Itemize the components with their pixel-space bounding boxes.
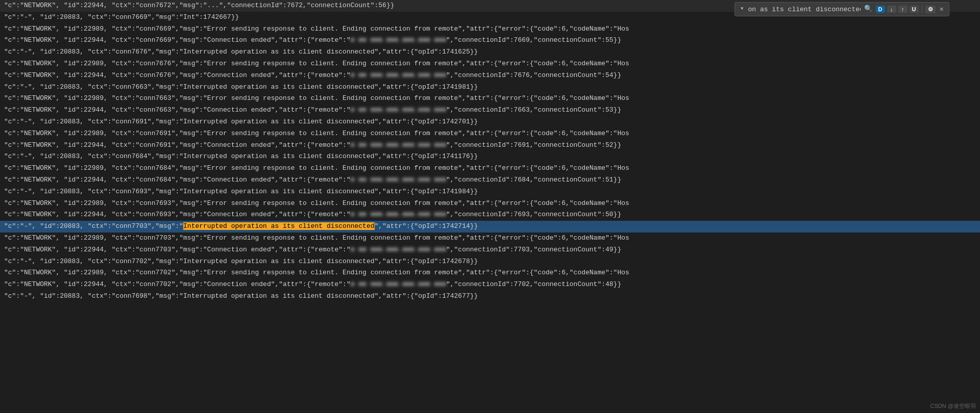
log-line[interactable]: "c":"-", "id":20883, "ctx":"conn7702","m… xyxy=(0,256,980,268)
search-divider xyxy=(922,5,922,13)
search-bar: ▾ 🔍 D ↓ ↑ U ⚙ ✕ xyxy=(734,2,949,16)
log-line[interactable]: "c":"-", "id":20883, "ctx":"conn7703","m… xyxy=(0,221,980,233)
search-btn-down[interactable]: ↓ xyxy=(887,6,896,13)
log-line[interactable]: "c":"NETWORK", "id":22944, "ctx":"conn76… xyxy=(0,209,980,221)
search-btn-d[interactable]: D xyxy=(876,6,885,13)
log-line[interactable]: "c":"NETWORK", "id":22989, "ctx":"conn76… xyxy=(0,198,980,210)
search-icon[interactable]: 🔍 xyxy=(863,4,874,15)
log-line[interactable]: "c":"NETWORK", "id":22989, "ctx":"conn76… xyxy=(0,128,980,140)
log-container: ▾ 🔍 D ↓ ↑ U ⚙ ✕ "c":"NETWORK", "id":2294… xyxy=(0,0,980,413)
log-line[interactable]: "c":"NETWORK", "id":22944, "ctx":"conn76… xyxy=(0,140,980,151)
log-line[interactable]: "c":"NETWORK", "id":22989, "ctx":"conn76… xyxy=(0,93,980,105)
chevron-down-icon[interactable]: ▾ xyxy=(738,3,746,15)
close-icon[interactable]: ✕ xyxy=(938,3,946,15)
log-line[interactable]: "c":"-", "id":20883, "ctx":"conn7693","m… xyxy=(0,186,980,198)
log-line[interactable]: "c":"NETWORK", "id":22989, "ctx":"conn76… xyxy=(0,58,980,70)
log-line[interactable]: "c":"-", "id":20883, "ctx":"conn7698","m… xyxy=(0,291,980,302)
log-line[interactable]: "c":"NETWORK", "id":22989, "ctx":"conn77… xyxy=(0,233,980,244)
log-line[interactable]: "c":"NETWORK", "id":22944, "ctx":"conn76… xyxy=(0,105,980,116)
log-line[interactable]: "c":"NETWORK", "id":22944, "ctx":"conn77… xyxy=(0,279,980,291)
log-line[interactable]: "c":"NETWORK", "id":22944, "ctx":"conn76… xyxy=(0,174,980,186)
log-line[interactable]: "c":"-", "id":20883, "ctx":"conn7676","m… xyxy=(0,46,980,58)
search-btn-up[interactable]: ↑ xyxy=(898,6,908,13)
search-btn-settings[interactable]: ⚙ xyxy=(925,6,936,13)
log-line[interactable]: "c":"NETWORK", "id":22944, "ctx":"conn77… xyxy=(0,244,980,256)
log-line[interactable]: "c":"NETWORK", "id":22944, "ctx":"conn76… xyxy=(0,70,980,82)
log-line[interactable]: "c":"NETWORK", "id":22989, "ctx":"conn77… xyxy=(0,267,980,279)
watermark: CSDN @凌空暗羽 xyxy=(930,402,976,411)
search-input[interactable] xyxy=(748,6,861,13)
log-line[interactable]: "c":"-", "id":20883, "ctx":"conn7684","m… xyxy=(0,151,980,163)
log-line[interactable]: "c":"-", "id":20883, "ctx":"conn7663","m… xyxy=(0,82,980,93)
log-line[interactable]: "c":"NETWORK", "id":22944, "ctx":"conn76… xyxy=(0,35,980,46)
search-btn-u[interactable]: U xyxy=(910,6,919,13)
log-line[interactable]: "c":"NETWORK", "id":22989, "ctx":"conn76… xyxy=(0,23,980,35)
log-lines: "c":"NETWORK", "id":22944, "ctx":"conn76… xyxy=(0,0,980,302)
log-line[interactable]: "c":"NETWORK", "id":22989, "ctx":"conn76… xyxy=(0,163,980,174)
log-line[interactable]: "c":"-", "id":20883, "ctx":"conn7691","m… xyxy=(0,116,980,128)
